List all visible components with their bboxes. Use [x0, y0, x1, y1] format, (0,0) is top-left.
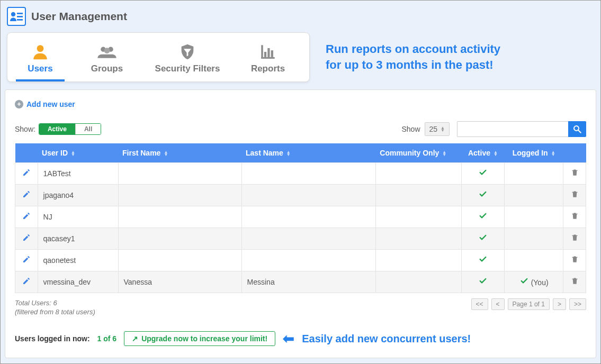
cell-loggedin	[504, 162, 563, 184]
delete-button[interactable]	[571, 278, 579, 287]
col-firstname[interactable]: First Name▲▼	[118, 143, 241, 163]
check-icon	[478, 278, 488, 287]
svg-rect-3	[17, 19, 23, 21]
cell-active	[461, 184, 504, 206]
tab-groups[interactable]: Groups	[70, 39, 144, 81]
group-icon	[70, 42, 144, 61]
tab-users[interactable]: Users	[12, 39, 69, 81]
cell-userid: jpagano4	[38, 184, 118, 206]
promo-banner: Run reports on account activity for up t…	[326, 41, 500, 72]
edit-button[interactable]	[22, 213, 31, 222]
edit-button[interactable]	[22, 256, 31, 265]
cell-userid: qaonetest	[38, 249, 118, 271]
delete-button[interactable]	[571, 192, 579, 200]
col-userid[interactable]: User ID▲▼	[38, 143, 118, 163]
col-delete	[563, 143, 586, 163]
table-row: NJ	[15, 206, 586, 228]
sort-icon: ▲▼	[71, 151, 75, 156]
cell-userid: qacasey1	[38, 228, 118, 249]
tab-label: Reports	[231, 63, 305, 74]
cell-loggedin	[504, 249, 563, 271]
cell-loggedin	[504, 228, 563, 249]
check-icon	[478, 169, 488, 178]
cell-community	[375, 206, 461, 228]
col-loggedin[interactable]: Logged In▲▼	[504, 143, 563, 163]
col-active[interactable]: Active▲▼	[461, 143, 504, 163]
cell-community	[375, 228, 461, 249]
delete-button[interactable]	[571, 235, 579, 243]
svg-rect-2	[17, 16, 23, 17]
logged-in-now-count: 1 of 6	[97, 334, 117, 343]
show-label: Show:	[15, 125, 35, 133]
cell-loggedin: (You)	[504, 271, 563, 293]
toggle-all[interactable]: All	[75, 124, 101, 134]
svg-rect-12	[271, 50, 273, 57]
pager-prev[interactable]: <	[491, 298, 505, 310]
delete-button[interactable]	[571, 213, 579, 222]
check-icon	[478, 234, 488, 243]
delete-button[interactable]	[571, 257, 579, 265]
logged-in-now-label: Users logged in now:	[15, 334, 90, 343]
delete-button[interactable]	[571, 170, 579, 178]
callout-arrow-icon: ⬅	[283, 331, 294, 347]
pager-first[interactable]: <<	[471, 298, 488, 310]
tab-reports[interactable]: Reports	[231, 39, 305, 81]
upgrade-button[interactable]: ↗ Upgrade now to increase your limit!	[124, 331, 275, 346]
shield-filter-icon	[145, 42, 230, 61]
edit-button[interactable]	[22, 278, 31, 287]
page-size-value: 25	[429, 125, 438, 133]
svg-point-4	[37, 45, 44, 52]
table-row: qacasey1	[15, 228, 586, 249]
cell-lastname	[241, 249, 375, 271]
cell-community	[375, 162, 461, 184]
cell-firstname	[118, 228, 241, 249]
tab-label: Groups	[70, 63, 144, 74]
page-size-select[interactable]: 25 ▲▼	[425, 122, 450, 136]
search-icon	[572, 124, 582, 134]
edit-button[interactable]	[22, 234, 31, 243]
cell-firstname	[118, 249, 241, 271]
banner-line1: Run reports on account activity	[326, 41, 500, 57]
callout-text: Easily add new concurrent users!	[302, 333, 471, 345]
table-row: jpagano4	[15, 184, 586, 206]
cell-firstname: Vanessa	[118, 271, 241, 293]
total-users-text: Total Users: 6	[15, 298, 95, 308]
cell-firstname	[118, 162, 241, 184]
cell-userid: 1ABTest	[38, 162, 118, 184]
user-panel: + Add new user Show: Active All Show 25 …	[5, 89, 596, 358]
cell-lastname: Messina	[241, 271, 375, 293]
add-user-button[interactable]: + Add new user	[15, 100, 75, 108]
toggle-active[interactable]: Active	[39, 124, 75, 134]
check-icon	[478, 256, 488, 265]
cell-loggedin	[504, 206, 563, 228]
col-edit	[15, 143, 38, 163]
upgrade-label: Upgrade now to increase your limit!	[141, 334, 267, 343]
sort-icon: ▲▼	[164, 151, 168, 156]
check-icon	[478, 213, 488, 222]
check-icon	[478, 191, 488, 200]
search-input[interactable]	[457, 121, 568, 137]
cell-loggedin	[504, 184, 563, 206]
cell-firstname	[118, 206, 241, 228]
col-community[interactable]: Community Only▲▼	[375, 143, 461, 163]
tab-security-filters[interactable]: Security Filters	[145, 39, 230, 81]
sort-icon: ▲▼	[494, 151, 498, 156]
cell-firstname	[118, 184, 241, 206]
edit-button[interactable]	[22, 191, 31, 200]
col-lastname[interactable]: Last Name▲▼	[241, 143, 375, 163]
pager-next[interactable]: >	[553, 298, 566, 310]
cell-active	[461, 162, 504, 184]
search-button[interactable]	[568, 121, 586, 137]
cell-userid: vmessina_dev	[38, 271, 118, 293]
plus-circle-icon: +	[15, 100, 23, 108]
cell-active	[461, 249, 504, 271]
cell-community	[375, 184, 461, 206]
pager-last[interactable]: >>	[569, 298, 586, 310]
you-label: (You)	[531, 278, 549, 287]
table-row: qaonetest	[15, 249, 586, 271]
active-all-toggle[interactable]: Active All	[39, 123, 101, 135]
svg-rect-9	[261, 57, 275, 59]
sort-icon: ▲▼	[286, 151, 291, 156]
bar-chart-icon	[231, 42, 305, 61]
edit-button[interactable]	[22, 169, 31, 178]
